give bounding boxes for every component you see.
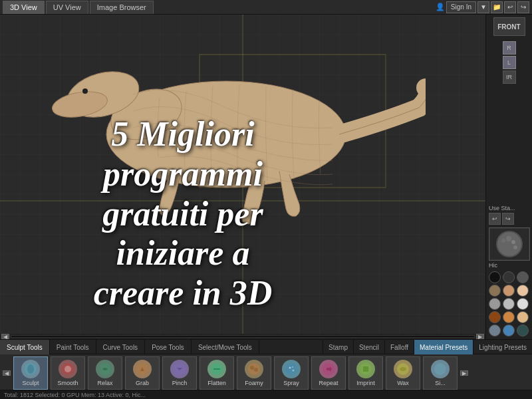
tool-flatten-btn[interactable]: Flatten [200, 356, 234, 390]
scroll-left-arrow[interactable]: ◀ [1, 334, 9, 339]
tab-sculpt-tools[interactable]: Sculpt Tools [0, 340, 50, 354]
mat-swatch-8[interactable] [517, 298, 529, 310]
tab-material-presets[interactable]: Material Presets [414, 340, 473, 354]
redo-icon[interactable]: ↪ [517, 1, 529, 13]
viewport-scrollbar[interactable]: ◀ ▶ [0, 334, 485, 339]
top-bar: 3D View UV View Image Browser 👤 Sign In … [0, 0, 532, 15]
tool-wax-btn[interactable]: Wax [386, 356, 420, 390]
pinch-label: Pinch [172, 380, 188, 386]
svg-point-19 [27, 364, 34, 374]
repeat-label: Repeat [319, 380, 338, 386]
smooth-icon [59, 360, 77, 378]
spray-icon [282, 360, 301, 378]
mat-swatch-10[interactable] [503, 311, 515, 323]
layer-icon-l[interactable]: L [503, 56, 516, 69]
mat-swatch-1[interactable] [503, 271, 515, 283]
mat-swatch-5[interactable] [517, 285, 529, 297]
smooth-label: Smooth [57, 380, 78, 386]
imprint-icon [356, 360, 375, 378]
mat-swatch-3[interactable] [489, 285, 501, 297]
tab-stencil[interactable]: Stencil [353, 340, 384, 354]
wax-icon [394, 360, 412, 378]
mat-swatch-14[interactable] [517, 325, 529, 336]
tab-stamp[interactable]: Stamp [323, 340, 353, 354]
tool-grab-btn[interactable]: Grab [125, 356, 160, 390]
mat-swatch-4[interactable] [503, 285, 515, 297]
mat-swatch-2[interactable] [517, 271, 529, 283]
folder-icon[interactable]: 📁 [491, 1, 503, 13]
sculpt-label: Sculpt [22, 380, 39, 386]
spray-label: Spray [283, 380, 299, 386]
panel-arrows: ↩ ↪ [489, 213, 529, 225]
layer-icon-extra[interactable]: IR [503, 70, 516, 84]
wax-label: Wax [397, 380, 409, 386]
flatten-icon [207, 360, 226, 378]
tab-image-browser[interactable]: Image Browser [90, 1, 154, 14]
tool-smooth-btn[interactable]: Smooth [51, 356, 85, 390]
dropdown-icon[interactable]: ▼ [477, 1, 489, 13]
foamy-icon [245, 360, 263, 378]
material-thumb [489, 227, 530, 261]
viewport-3d[interactable]: 5 Migliori programmi gratuiti per inizia… [0, 15, 485, 339]
tab-curve-tools[interactable]: Curve Tools [96, 340, 146, 354]
mat-swatch-12[interactable] [489, 325, 501, 336]
right-tabs: Stamp Stencil Falloff Material Presets L… [323, 340, 532, 354]
panel-undo-arrow[interactable]: ↩ [489, 213, 501, 225]
tool-icons-row: ◀ Sculpt Smooth Relax Grab [0, 354, 532, 392]
mat-swatch-9[interactable] [489, 311, 501, 323]
foamy-label: Foamy [245, 380, 263, 386]
tab-pose-tools[interactable]: Pose Tools [145, 340, 192, 354]
tool-relax-btn[interactable]: Relax [88, 356, 122, 390]
scroll-right-arrow[interactable]: ▶ [476, 334, 484, 339]
tab-paint-tools[interactable]: Paint Tools [50, 340, 96, 354]
use-sta-label: Use Sta... [489, 205, 529, 211]
hi-label: Hic [489, 262, 529, 269]
svg-point-38 [400, 367, 406, 371]
tools-scroll-left[interactable]: ◀ [3, 370, 11, 376]
grab-label: Grab [136, 380, 149, 386]
tools-scroll-right[interactable]: ▶ [460, 370, 468, 376]
mat-swatch-7[interactable] [503, 298, 515, 310]
svg-point-14 [506, 236, 511, 241]
svg-point-31 [289, 367, 291, 369]
mat-swatch-11[interactable] [517, 311, 529, 323]
right-panel: FRONT R L IR Use Sta... ↩ ↪ [485, 15, 532, 339]
svg-point-39 [434, 363, 446, 375]
tool-si-btn[interactable]: Si... [423, 356, 458, 390]
tool-imprint-btn[interactable]: Imprint [348, 356, 383, 390]
panel-redo-arrow[interactable]: ↪ [502, 213, 514, 225]
svg-point-27 [248, 363, 260, 375]
svg-point-21 [65, 366, 71, 372]
scroll-track[interactable] [11, 335, 475, 338]
svg-point-29 [254, 368, 258, 372]
svg-point-9 [82, 88, 88, 94]
tool-repeat-btn[interactable]: Repeat [311, 356, 346, 390]
mat-swatch-6[interactable] [489, 298, 501, 310]
grab-icon [133, 360, 152, 378]
tab-lighting-presets[interactable]: Lighting Presets [473, 340, 532, 354]
mat-swatch-0[interactable] [489, 271, 501, 283]
svg-rect-36 [363, 366, 368, 372]
imprint-label: Imprint [356, 380, 375, 386]
sign-in-button[interactable]: Sign In [446, 1, 476, 13]
viewport-label: FRONT [493, 17, 525, 36]
tab-falloff[interactable]: Falloff [384, 340, 414, 354]
tab-select-move-tools[interactable]: Select/Move Tools [192, 340, 259, 354]
status-text: Total: 1812 Selected: 0 GPU Mem: 13 Acti… [4, 392, 146, 398]
tab-3d-view[interactable]: 3D View [3, 1, 45, 14]
tab-uv-view[interactable]: UV View [46, 1, 88, 14]
overlay-text: 5 Migliori programmi gratuiti per inizia… [33, 114, 332, 313]
tool-pinch-btn[interactable]: Pinch [162, 356, 197, 390]
relax-label: Relax [97, 380, 112, 386]
tool-sculpt-btn[interactable]: Sculpt [13, 356, 48, 390]
tool-spray-btn[interactable]: Spray [274, 356, 309, 390]
undo-icon[interactable]: ↩ [504, 1, 516, 13]
right-panel-icons: R L IR [486, 39, 532, 86]
tool-foamy-btn[interactable]: Foamy [237, 356, 271, 390]
sign-in-area: 👤 Sign In ▼ 📁 ↩ ↪ [436, 1, 529, 13]
svg-point-12 [497, 232, 521, 256]
flatten-label: Flatten [207, 380, 226, 386]
layer-icon-r[interactable]: R [503, 41, 516, 55]
svg-point-33 [293, 370, 295, 372]
mat-swatch-13[interactable] [503, 325, 515, 336]
